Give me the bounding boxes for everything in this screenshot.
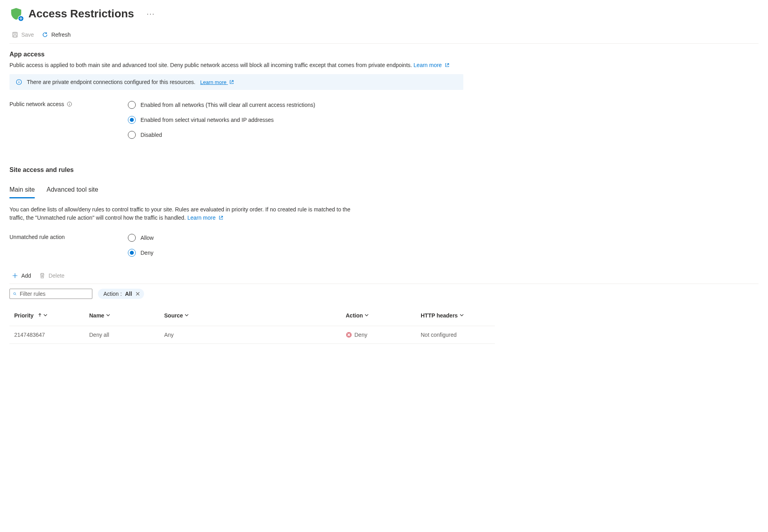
rules-filter-row: Action : All [9, 284, 759, 305]
save-label: Save [21, 32, 34, 38]
public-network-access-field: Public network access Enabled from all n… [9, 94, 759, 139]
radio-icon [128, 116, 136, 124]
rules-toolbar: Add Delete [9, 268, 759, 284]
cell-source: Any [159, 326, 341, 344]
app-access-desc: Public access is applied to both main si… [9, 61, 483, 69]
radio-enabled-all[interactable]: Enabled from all networks (This will cle… [128, 101, 315, 109]
cell-name: Deny all [84, 326, 159, 344]
save-button[interactable]: Save [12, 32, 34, 38]
radio-unmatched-allow[interactable]: Allow [128, 234, 154, 242]
svg-point-7 [69, 103, 69, 103]
delete-rule-button[interactable]: Delete [39, 273, 64, 279]
arrow-up-icon [37, 313, 42, 317]
page-header: Access Restrictions ··· [9, 4, 759, 28]
app-access-title: App access [9, 51, 759, 58]
deny-icon [346, 332, 352, 338]
pill-prefix: Action : [103, 291, 122, 297]
site-access-desc: You can define lists of allow/deny rules… [9, 205, 365, 222]
chevron-down-icon [43, 313, 48, 317]
trash-icon [39, 273, 45, 279]
site-access-learn-more-link[interactable]: Learn more [187, 215, 223, 221]
filter-rules-input[interactable] [20, 291, 89, 297]
plus-icon [12, 273, 18, 279]
public-network-access-label: Public network access [9, 101, 120, 107]
external-link-icon [219, 215, 223, 220]
pill-value: All [125, 291, 132, 297]
command-bar: Save Refresh [9, 28, 759, 44]
table-row[interactable]: 2147483647 Deny all Any Deny Not configu… [9, 326, 495, 344]
search-icon [13, 291, 17, 297]
filter-rules-search[interactable] [9, 289, 92, 299]
chevron-down-icon [459, 313, 464, 317]
site-access-title: Site access and rules [9, 166, 759, 174]
col-action[interactable]: Action [341, 305, 416, 326]
svg-point-5 [19, 80, 19, 81]
col-priority[interactable]: Priority [9, 305, 84, 326]
refresh-label: Refresh [51, 32, 71, 38]
more-actions[interactable]: ··· [140, 10, 155, 18]
svg-point-8 [13, 293, 15, 295]
unmatched-rule-label: Unmatched rule action [9, 234, 120, 240]
unmatched-rule-action-field: Unmatched rule action Allow Deny [9, 227, 759, 257]
delete-label: Delete [49, 273, 64, 279]
cell-priority: 2147483647 [9, 326, 84, 344]
chevron-down-icon [106, 313, 111, 317]
cell-http: Not configured [416, 326, 495, 344]
app-access-learn-more-link[interactable]: Learn more [414, 62, 450, 68]
private-endpoint-info-banner: There are private endpoint connections c… [9, 74, 463, 90]
cell-action: Deny [341, 326, 416, 344]
col-name[interactable]: Name [84, 305, 159, 326]
public-network-access-radios: Enabled from all networks (This will cle… [128, 101, 315, 139]
refresh-button[interactable]: Refresh [42, 32, 71, 38]
radio-disabled[interactable]: Disabled [128, 131, 315, 139]
unmatched-rule-radios: Allow Deny [128, 234, 154, 257]
banner-learn-more-link[interactable]: Learn more [200, 79, 234, 85]
svg-rect-1 [13, 32, 17, 37]
site-access-section: Site access and rules Main site Advanced… [9, 139, 759, 344]
info-circle-icon[interactable] [67, 101, 72, 107]
radio-label: Enabled from select virtual networks and… [140, 117, 273, 123]
radio-unmatched-deny[interactable]: Deny [128, 249, 154, 257]
site-tabs: Main site Advanced tool site [9, 184, 759, 198]
radio-label: Allow [140, 235, 154, 241]
chevron-down-icon [184, 313, 189, 317]
radio-label: Disabled [140, 132, 162, 138]
svg-rect-3 [14, 35, 17, 37]
radio-enabled-select[interactable]: Enabled from select virtual networks and… [128, 116, 315, 124]
close-icon[interactable] [135, 291, 140, 296]
tab-main-site[interactable]: Main site [9, 184, 35, 198]
col-source[interactable]: Source [159, 305, 341, 326]
page-title: Access Restrictions [28, 7, 134, 20]
app-access-section: App access Public access is applied to b… [9, 44, 759, 139]
svg-rect-2 [14, 32, 16, 34]
radio-icon [128, 234, 136, 242]
banner-text: There are private endpoint connections c… [27, 79, 195, 85]
radio-label: Enabled from all networks (This will cle… [140, 102, 315, 108]
shield-icon [9, 7, 23, 21]
col-http-headers[interactable]: HTTP headers [416, 305, 495, 326]
radio-icon [128, 131, 136, 139]
chevron-down-icon [364, 313, 369, 317]
refresh-icon [42, 32, 48, 38]
info-icon [16, 79, 22, 85]
rules-table: Priority Name Source [9, 305, 495, 344]
action-filter-pill[interactable]: Action : All [98, 289, 144, 299]
external-link-icon [445, 63, 450, 67]
add-rule-button[interactable]: Add [12, 273, 31, 279]
radio-label: Deny [140, 250, 154, 256]
save-icon [12, 32, 18, 38]
tab-advanced-tool-site[interactable]: Advanced tool site [47, 184, 98, 198]
external-link-icon [229, 80, 234, 84]
add-label: Add [21, 273, 31, 279]
radio-icon [128, 101, 136, 109]
radio-icon [128, 249, 136, 257]
